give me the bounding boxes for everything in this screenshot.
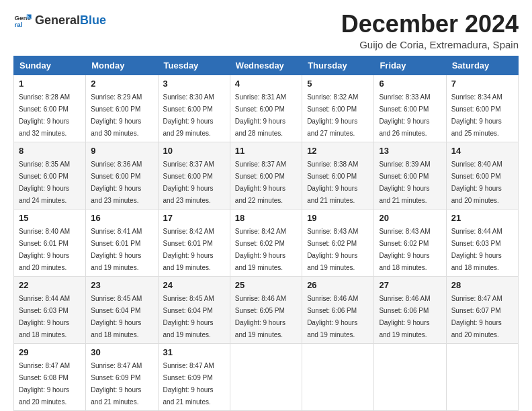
calendar-cell (446, 343, 518, 410)
header: Gene ral General Blue December 2024 Guij… (13, 11, 519, 50)
day-detail: Sunrise: 8:31 AMSunset: 6:00 PMDaylight:… (235, 93, 286, 137)
weekday-header-row: SundayMondayTuesdayWednesdayThursdayFrid… (14, 56, 519, 75)
week-row-1: 1 Sunrise: 8:28 AMSunset: 6:00 PMDayligh… (14, 75, 519, 142)
weekday-header-friday: Friday (374, 56, 446, 75)
logo-blue: Blue (80, 13, 106, 28)
day-detail: Sunrise: 8:47 AMSunset: 6:08 PMDaylight:… (19, 362, 70, 406)
day-detail: Sunrise: 8:46 AMSunset: 6:06 PMDaylight:… (379, 295, 430, 338)
calendar-cell: 28 Sunrise: 8:47 AMSunset: 6:07 PMDaylig… (446, 276, 518, 343)
day-number: 1 (19, 79, 81, 89)
day-number: 30 (91, 347, 152, 357)
day-number: 7 (451, 79, 513, 89)
calendar-cell: 3 Sunrise: 8:30 AMSunset: 6:00 PMDayligh… (158, 75, 230, 142)
day-detail: Sunrise: 8:35 AMSunset: 6:00 PMDaylight:… (19, 161, 70, 204)
day-number: 25 (235, 280, 297, 290)
calendar-cell: 5 Sunrise: 8:32 AMSunset: 6:00 PMDayligh… (302, 75, 374, 142)
day-number: 18 (235, 213, 297, 223)
day-detail: Sunrise: 8:37 AMSunset: 6:00 PMDaylight:… (163, 161, 214, 204)
day-number: 14 (451, 146, 513, 156)
day-detail: Sunrise: 8:45 AMSunset: 6:04 PMDaylight:… (163, 295, 214, 338)
weekday-header-thursday: Thursday (302, 56, 374, 75)
calendar-cell: 1 Sunrise: 8:28 AMSunset: 6:00 PMDayligh… (14, 75, 86, 142)
calendar-cell: 14 Sunrise: 8:40 AMSunset: 6:00 PMDaylig… (446, 142, 518, 209)
calendar-cell: 2 Sunrise: 8:29 AMSunset: 6:00 PMDayligh… (86, 75, 158, 142)
calendar-cell: 30 Sunrise: 8:47 AMSunset: 6:09 PMDaylig… (86, 343, 158, 410)
day-detail: Sunrise: 8:44 AMSunset: 6:03 PMDaylight:… (19, 295, 70, 338)
calendar-cell: 16 Sunrise: 8:41 AMSunset: 6:01 PMDaylig… (86, 209, 158, 276)
calendar-cell: 12 Sunrise: 8:38 AMSunset: 6:00 PMDaylig… (302, 142, 374, 209)
day-number: 24 (163, 280, 225, 290)
calendar-table: SundayMondayTuesdayWednesdayThursdayFrid… (13, 56, 519, 411)
calendar-cell: 22 Sunrise: 8:44 AMSunset: 6:03 PMDaylig… (14, 276, 86, 343)
weekday-header-saturday: Saturday (446, 56, 518, 75)
day-detail: Sunrise: 8:44 AMSunset: 6:03 PMDaylight:… (451, 228, 502, 271)
day-detail: Sunrise: 8:47 AMSunset: 6:09 PMDaylight:… (91, 362, 142, 406)
day-detail: Sunrise: 8:41 AMSunset: 6:01 PMDaylight:… (91, 228, 142, 271)
calendar-cell: 9 Sunrise: 8:36 AMSunset: 6:00 PMDayligh… (86, 142, 158, 209)
calendar-cell: 19 Sunrise: 8:43 AMSunset: 6:02 PMDaylig… (302, 209, 374, 276)
weekday-header-monday: Monday (86, 56, 158, 75)
day-number: 31 (163, 347, 225, 357)
day-detail: Sunrise: 8:33 AMSunset: 6:00 PMDaylight:… (379, 93, 430, 137)
calendar-cell: 6 Sunrise: 8:33 AMSunset: 6:00 PMDayligh… (374, 75, 446, 142)
calendar-cell: 7 Sunrise: 8:34 AMSunset: 6:00 PMDayligh… (446, 75, 518, 142)
week-row-3: 15 Sunrise: 8:40 AMSunset: 6:01 PMDaylig… (14, 209, 519, 276)
title-area: December 2024 Guijo de Coria, Extremadur… (341, 11, 519, 50)
day-number: 17 (163, 213, 225, 223)
day-detail: Sunrise: 8:38 AMSunset: 6:00 PMDaylight:… (307, 161, 358, 204)
day-number: 16 (91, 213, 152, 223)
day-detail: Sunrise: 8:28 AMSunset: 6:00 PMDaylight:… (19, 93, 70, 137)
day-number: 10 (163, 146, 225, 156)
day-detail: Sunrise: 8:47 AMSunset: 6:07 PMDaylight:… (451, 295, 502, 338)
day-detail: Sunrise: 8:42 AMSunset: 6:02 PMDaylight:… (235, 228, 286, 271)
calendar-cell: 21 Sunrise: 8:44 AMSunset: 6:03 PMDaylig… (446, 209, 518, 276)
day-number: 23 (91, 280, 152, 290)
day-detail: Sunrise: 8:30 AMSunset: 6:00 PMDaylight:… (163, 93, 214, 137)
day-number: 20 (379, 213, 441, 223)
day-number: 19 (307, 213, 369, 223)
day-detail: Sunrise: 8:42 AMSunset: 6:01 PMDaylight:… (163, 228, 214, 271)
calendar-cell: 13 Sunrise: 8:39 AMSunset: 6:00 PMDaylig… (374, 142, 446, 209)
calendar-cell: 29 Sunrise: 8:47 AMSunset: 6:08 PMDaylig… (14, 343, 86, 410)
week-row-4: 22 Sunrise: 8:44 AMSunset: 6:03 PMDaylig… (14, 276, 519, 343)
calendar-cell: 18 Sunrise: 8:42 AMSunset: 6:02 PMDaylig… (230, 209, 302, 276)
day-number: 3 (163, 79, 225, 89)
week-row-2: 8 Sunrise: 8:35 AMSunset: 6:00 PMDayligh… (14, 142, 519, 209)
calendar-title: December 2024 (341, 11, 519, 38)
logo-general: General (35, 13, 80, 28)
day-detail: Sunrise: 8:37 AMSunset: 6:00 PMDaylight:… (235, 161, 286, 204)
day-number: 2 (91, 79, 152, 89)
day-detail: Sunrise: 8:36 AMSunset: 6:00 PMDaylight:… (91, 161, 142, 204)
calendar-cell: 20 Sunrise: 8:43 AMSunset: 6:02 PMDaylig… (374, 209, 446, 276)
calendar-cell: 27 Sunrise: 8:46 AMSunset: 6:06 PMDaylig… (374, 276, 446, 343)
day-number: 28 (451, 280, 513, 290)
day-number: 29 (19, 347, 81, 357)
day-detail: Sunrise: 8:43 AMSunset: 6:02 PMDaylight:… (379, 228, 430, 271)
svg-text:ral: ral (14, 21, 22, 28)
day-number: 22 (19, 280, 81, 290)
calendar-cell: 4 Sunrise: 8:31 AMSunset: 6:00 PMDayligh… (230, 75, 302, 142)
day-number: 8 (19, 146, 81, 156)
day-detail: Sunrise: 8:46 AMSunset: 6:05 PMDaylight:… (235, 295, 286, 338)
day-number: 9 (91, 146, 152, 156)
day-detail: Sunrise: 8:46 AMSunset: 6:06 PMDaylight:… (307, 295, 358, 338)
day-number: 21 (451, 213, 513, 223)
day-number: 6 (379, 79, 441, 89)
calendar-cell: 25 Sunrise: 8:46 AMSunset: 6:05 PMDaylig… (230, 276, 302, 343)
calendar-subtitle: Guijo de Coria, Extremadura, Spain (341, 39, 519, 50)
day-detail: Sunrise: 8:47 AMSunset: 6:09 PMDaylight:… (163, 362, 214, 406)
calendar-cell: 11 Sunrise: 8:37 AMSunset: 6:00 PMDaylig… (230, 142, 302, 209)
calendar-cell: 17 Sunrise: 8:42 AMSunset: 6:01 PMDaylig… (158, 209, 230, 276)
day-detail: Sunrise: 8:43 AMSunset: 6:02 PMDaylight:… (307, 228, 358, 271)
calendar-cell: 10 Sunrise: 8:37 AMSunset: 6:00 PMDaylig… (158, 142, 230, 209)
logo-icon: Gene ral (13, 11, 32, 30)
day-detail: Sunrise: 8:40 AMSunset: 6:01 PMDaylight:… (19, 228, 70, 271)
day-number: 11 (235, 146, 297, 156)
day-number: 12 (307, 146, 369, 156)
calendar-cell: 31 Sunrise: 8:47 AMSunset: 6:09 PMDaylig… (158, 343, 230, 410)
day-number: 26 (307, 280, 369, 290)
calendar-cell (230, 343, 302, 410)
calendar-cell (302, 343, 374, 410)
day-number: 4 (235, 79, 297, 89)
weekday-header-tuesday: Tuesday (158, 56, 230, 75)
